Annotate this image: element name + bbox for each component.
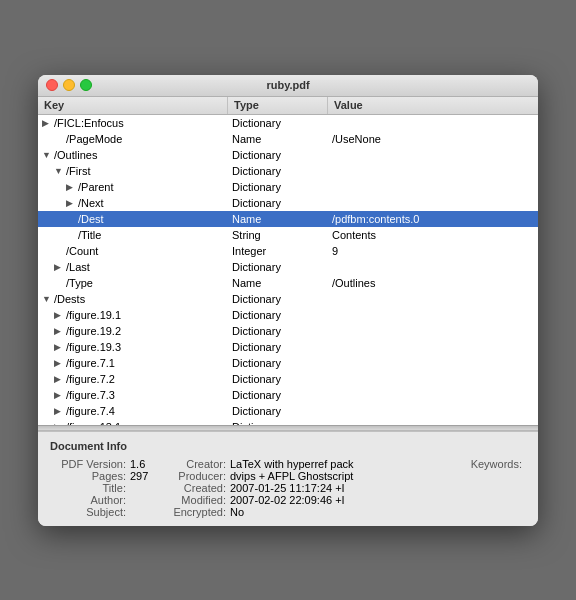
close-button[interactable]: [46, 79, 58, 91]
row-key: ▼/Dests: [38, 293, 228, 305]
pdf-version-label: PDF Version:: [50, 458, 130, 470]
row-type: Name: [228, 133, 328, 145]
row-key: ▶/FICL:Enfocus: [38, 117, 228, 129]
table-header: Key Type Value: [38, 97, 538, 115]
key-text: /Next: [78, 197, 104, 209]
key-text: /FICL:Enfocus: [54, 117, 124, 129]
pages-label: Pages:: [50, 470, 130, 482]
row-type: Dictionary: [228, 341, 328, 353]
toggle-icon[interactable]: ▶: [54, 374, 64, 384]
row-type: Dictionary: [228, 421, 328, 425]
producer-label: Producer:: [170, 470, 230, 482]
pages-value: 297: [130, 470, 170, 482]
row-type: Dictionary: [228, 181, 328, 193]
row-value: /Outlines: [328, 277, 538, 289]
row-key: ▶/Parent: [38, 181, 228, 193]
table-row[interactable]: ▶/LastDictionary: [38, 259, 538, 275]
table-row[interactable]: /PageModeName/UseNone: [38, 131, 538, 147]
title-value: [130, 482, 170, 494]
row-value: /UseNone: [328, 133, 538, 145]
row-key: /PageMode: [38, 133, 228, 145]
table-row[interactable]: ▶/figure.19.2Dictionary: [38, 323, 538, 339]
row-key: ▶/figure.13.1: [38, 421, 228, 425]
toggle-icon[interactable]: ▼: [54, 166, 64, 176]
pdf-version-value: 1.6: [130, 458, 170, 470]
doc-info-pane: Document Info PDF Version: 1.6 Creator: …: [38, 431, 538, 526]
col-header-key: Key: [38, 97, 228, 114]
traffic-lights: [46, 79, 92, 91]
row-key: ▶/figure.7.4: [38, 405, 228, 417]
toggle-icon[interactable]: ▶: [54, 422, 64, 425]
toggle-icon[interactable]: ▶: [54, 390, 64, 400]
row-key: /Title: [38, 229, 228, 241]
table-row[interactable]: ▼/OutlinesDictionary: [38, 147, 538, 163]
row-key: /Type: [38, 277, 228, 289]
col-header-type: Type: [228, 97, 328, 114]
table-row[interactable]: /TypeName/Outlines: [38, 275, 538, 291]
doc-info-row-pages: Pages: 297 Producer: dvips + AFPL Ghosts…: [50, 470, 526, 482]
table-row[interactable]: ▶/figure.7.4Dictionary: [38, 403, 538, 419]
table-row[interactable]: ▶/NextDictionary: [38, 195, 538, 211]
key-text: /Title: [78, 229, 101, 241]
author-value: [130, 494, 170, 506]
table-row[interactable]: ▼/FirstDictionary: [38, 163, 538, 179]
row-type: Dictionary: [228, 373, 328, 385]
row-type: Dictionary: [228, 149, 328, 161]
table-row[interactable]: ▼/DestsDictionary: [38, 291, 538, 307]
toggle-icon[interactable]: ▼: [42, 294, 52, 304]
table-row[interactable]: ▶/figure.7.1Dictionary: [38, 355, 538, 371]
titlebar: ruby.pdf: [38, 75, 538, 97]
key-text: /figure.7.3: [66, 389, 115, 401]
doc-info-title: Document Info: [50, 440, 526, 452]
toggle-icon[interactable]: ▼: [42, 150, 52, 160]
table-row[interactable]: /CountInteger9: [38, 243, 538, 259]
keywords-label: Keywords:: [390, 458, 526, 470]
table-row[interactable]: /TitleStringContents: [38, 227, 538, 243]
row-type: Dictionary: [228, 389, 328, 401]
doc-info-table: PDF Version: 1.6 Creator: LaTeX with hyp…: [50, 458, 526, 518]
encrypted-value: No: [230, 506, 390, 518]
toggle-icon[interactable]: ▶: [66, 198, 76, 208]
table-row[interactable]: ▶/figure.13.1Dictionary: [38, 419, 538, 425]
row-value: 9: [328, 245, 538, 257]
key-text: /Parent: [78, 181, 113, 193]
toggle-icon[interactable]: ▶: [54, 406, 64, 416]
toggle-icon[interactable]: ▶: [54, 326, 64, 336]
row-type: Name: [228, 277, 328, 289]
author-label: Author:: [50, 494, 130, 506]
subject-value: [130, 506, 170, 518]
row-key: ▶/figure.19.2: [38, 325, 228, 337]
row-type: Name: [228, 213, 328, 225]
doc-info-row-subject: Subject: Encrypted: No: [50, 506, 526, 518]
key-text: /Dests: [54, 293, 85, 305]
toggle-icon[interactable]: ▶: [66, 182, 76, 192]
tree-body[interactable]: ▶/FICL:EnfocusDictionary/PageModeName/Us…: [38, 115, 538, 425]
table-row[interactable]: ▶/figure.19.3Dictionary: [38, 339, 538, 355]
created-label: Created:: [170, 482, 230, 494]
row-key: ▶/figure.19.1: [38, 309, 228, 321]
table-row[interactable]: ▶/figure.19.1Dictionary: [38, 307, 538, 323]
toggle-icon[interactable]: ▶: [54, 342, 64, 352]
subject-label: Subject:: [50, 506, 130, 518]
table-row[interactable]: ▶/figure.7.3Dictionary: [38, 387, 538, 403]
toggle-icon[interactable]: ▶: [54, 358, 64, 368]
minimize-button[interactable]: [63, 79, 75, 91]
col-header-value: Value: [328, 97, 538, 114]
row-type: Dictionary: [228, 405, 328, 417]
row-key: ▼/First: [38, 165, 228, 177]
row-type: Dictionary: [228, 325, 328, 337]
maximize-button[interactable]: [80, 79, 92, 91]
toggle-icon[interactable]: ▶: [54, 310, 64, 320]
row-type: Dictionary: [228, 309, 328, 321]
toggle-icon[interactable]: ▶: [54, 262, 64, 272]
encrypted-label: Encrypted:: [170, 506, 230, 518]
table-row[interactable]: ▶/ParentDictionary: [38, 179, 538, 195]
table-row[interactable]: ▶/figure.7.2Dictionary: [38, 371, 538, 387]
created-value: 2007-01-25 11:17:24 +I: [230, 482, 390, 494]
key-text: /Last: [66, 261, 90, 273]
key-text: /Dest: [78, 213, 104, 225]
table-row[interactable]: ▶/FICL:EnfocusDictionary: [38, 115, 538, 131]
content-area: Key Type Value ▶/FICL:EnfocusDictionary/…: [38, 97, 538, 526]
table-row[interactable]: /DestName/pdfbm:contents.0: [38, 211, 538, 227]
toggle-icon[interactable]: ▶: [42, 118, 52, 128]
